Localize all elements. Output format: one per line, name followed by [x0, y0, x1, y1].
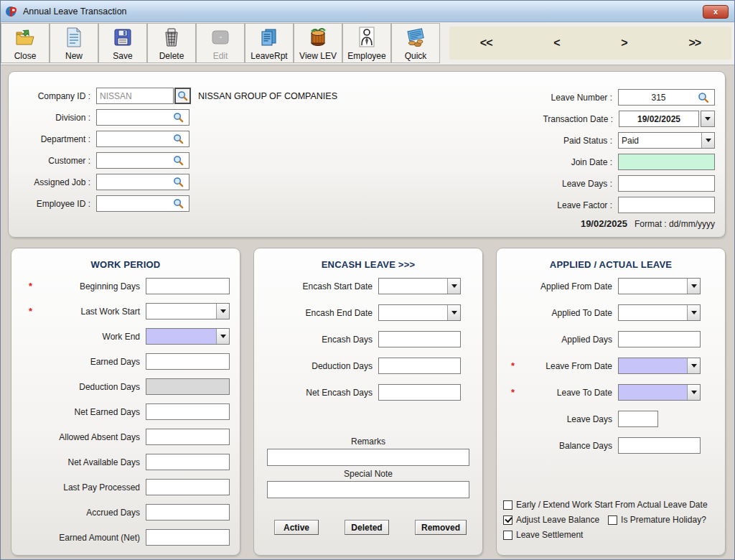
encash-days-field[interactable]	[378, 331, 461, 347]
applied-from-date-dropdown-button[interactable]	[687, 279, 700, 294]
net-encash-days-row: Net Encash Days	[254, 384, 461, 401]
open-folder-icon	[14, 24, 36, 51]
assigned-job-row: Assigned Job :	[19, 174, 337, 190]
customer-field[interactable]	[96, 152, 189, 169]
company-id-search-button[interactable]	[174, 88, 191, 104]
is-premature-holiday-checkbox[interactable]	[608, 515, 617, 525]
transaction-date-field[interactable]: 19/02/2025	[619, 111, 699, 127]
net-available-days-label: Net Available Days	[11, 457, 146, 467]
beginning-days-field[interactable]	[146, 278, 230, 294]
chevron-down-icon	[220, 335, 226, 338]
accrued-days-field[interactable]	[146, 504, 230, 521]
last-pay-processed-field[interactable]	[146, 479, 230, 495]
company-id-row: Company ID : NISSAN NISSAN GROUP OF COMP…	[19, 88, 337, 104]
applied-days-field[interactable]	[618, 331, 701, 347]
removed-button[interactable]: Removed	[415, 520, 467, 535]
company-id-value: NISSAN	[100, 91, 132, 101]
leave-number-field[interactable]: 315	[618, 89, 715, 106]
encash-start-date-select[interactable]	[378, 278, 461, 294]
company-id-field[interactable]: NISSAN	[96, 88, 174, 104]
encash-deduction-days-field[interactable]	[378, 358, 461, 374]
window-close-button[interactable]: x	[703, 5, 729, 19]
earned-amount-net-row: Earned Amount (Net)	[11, 529, 230, 546]
deleted-button[interactable]: Deleted	[345, 520, 389, 535]
applied-to-date-select[interactable]	[618, 304, 701, 321]
paid-status-select[interactable]: Paid	[618, 132, 715, 149]
net-available-days-field[interactable]	[146, 454, 230, 470]
balance-days-field[interactable]	[618, 437, 701, 454]
department-field[interactable]	[96, 131, 189, 147]
customer-search-button[interactable]	[170, 153, 186, 168]
net-encash-days-field[interactable]	[378, 384, 461, 401]
earned-days-label: Earned Days	[11, 357, 146, 367]
employee-button[interactable]: Employee	[342, 23, 391, 63]
chevron-down-icon	[691, 364, 697, 368]
work-end-select[interactable]	[146, 328, 230, 345]
net-earned-days-field[interactable]	[146, 403, 230, 420]
new-button[interactable]: New	[50, 23, 98, 63]
assigned-job-field[interactable]	[96, 174, 189, 190]
paid-status-dropdown-button[interactable]	[701, 133, 714, 148]
encash-start-date-dropdown-button[interactable]	[447, 279, 460, 294]
last-work-start-select[interactable]	[146, 303, 230, 319]
special-note-input[interactable]	[267, 481, 469, 498]
applied-to-date-dropdown-button[interactable]	[687, 305, 700, 320]
employee-id-field[interactable]	[96, 195, 189, 212]
close-button[interactable]: Close	[1, 23, 50, 63]
work-end-label: Work End	[11, 332, 146, 342]
early-extend-checkbox[interactable]	[503, 500, 512, 510]
actual-leave-days-field[interactable]	[618, 411, 658, 427]
nav-first-button[interactable]: <<	[480, 37, 492, 50]
leave-to-date-dropdown-button[interactable]	[687, 385, 700, 400]
chevron-down-icon	[705, 117, 711, 121]
quick-button[interactable]: Quick	[391, 23, 440, 63]
leave-from-date-select[interactable]	[618, 358, 701, 374]
search-icon	[173, 198, 184, 209]
viewlev-button-label: View LEV	[299, 51, 337, 61]
report-pages-icon	[259, 24, 279, 51]
assigned-job-search-button[interactable]	[170, 174, 186, 190]
encash-end-date-row: Encash End Date	[254, 304, 461, 321]
encash-days-label: Encash Days	[254, 335, 378, 345]
required-asterisk: *	[29, 281, 32, 291]
nav-previous-button[interactable]: <	[553, 37, 559, 50]
encash-end-date-dropdown-button[interactable]	[447, 305, 460, 320]
work-end-dropdown-button[interactable]	[216, 329, 229, 344]
encash-deduction-days-label: Deduction Days	[254, 361, 378, 371]
save-button[interactable]: Save	[98, 23, 147, 63]
division-field[interactable]	[96, 109, 189, 126]
last-work-start-dropdown-button[interactable]	[216, 304, 229, 319]
transaction-date-row: Transaction Date : 19/02/2025	[457, 111, 715, 127]
delete-button[interactable]: Delete	[147, 23, 196, 63]
earned-amount-net-field[interactable]	[146, 529, 230, 546]
transaction-date-dropdown-button[interactable]	[701, 111, 715, 127]
leave-number-search-button[interactable]	[696, 90, 711, 105]
leave-to-date-select[interactable]	[618, 384, 701, 401]
leave-settlement-checkbox[interactable]	[503, 531, 512, 540]
nav-last-button[interactable]: >>	[688, 37, 701, 50]
toolbar: Close New Save	[1, 22, 735, 65]
earned-days-field[interactable]	[146, 353, 230, 370]
leave-number-value: 315	[622, 93, 696, 103]
leave-factor-field[interactable]	[618, 197, 715, 213]
applied-from-date-select[interactable]	[618, 278, 701, 294]
department-search-button[interactable]	[170, 131, 186, 146]
allowed-absent-days-field[interactable]	[146, 429, 230, 445]
encash-end-date-select[interactable]	[378, 304, 461, 321]
employee-id-search-button[interactable]	[170, 196, 186, 211]
leave-days-field[interactable]	[618, 175, 715, 192]
nav-next-button[interactable]: >	[621, 37, 627, 50]
paid-status-row: Paid Status : Paid	[457, 132, 715, 149]
leave-from-date-dropdown-button[interactable]	[687, 358, 700, 373]
adjust-balance-check-row: Adjust Leave Balance Is Premature Holida…	[503, 515, 722, 525]
required-asterisk: *	[511, 387, 515, 398]
adjust-leave-balance-checkbox[interactable]	[503, 515, 512, 525]
encash-deduction-days-row: Deduction Days	[254, 358, 461, 374]
leaverpt-button[interactable]: LeaveRpt	[245, 23, 294, 63]
viewlev-button[interactable]: View LEV	[294, 23, 342, 63]
division-search-button[interactable]	[170, 110, 186, 125]
remarks-input[interactable]	[267, 449, 469, 466]
join-date-field[interactable]	[618, 154, 715, 170]
new-document-icon	[65, 24, 83, 51]
active-button[interactable]: Active	[274, 520, 319, 535]
